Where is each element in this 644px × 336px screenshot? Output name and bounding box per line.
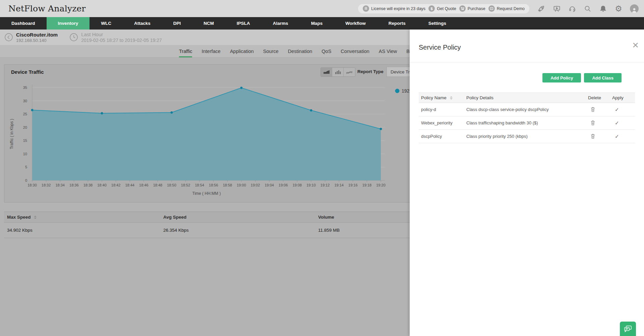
request-demo-button[interactable]: Request Demo — [488, 5, 525, 12]
policy-row: policy-d Class dscp-class service-policy… — [419, 103, 635, 116]
svg-text:18:58: 18:58 — [223, 183, 232, 187]
nav-item-reports[interactable]: Reports — [377, 17, 417, 30]
svg-text:19:08: 19:08 — [293, 183, 302, 187]
policy-details: Class trafficshaping bandwidth 30 ($) — [466, 120, 588, 125]
col-avg-speed[interactable]: Avg Speed — [163, 215, 318, 220]
tab-qos[interactable]: QoS — [321, 45, 331, 57]
svg-text:25: 25 — [23, 112, 27, 116]
report-type-value: Device Tra — [391, 69, 412, 74]
nav-item-ncm[interactable]: NCM — [192, 17, 225, 30]
tab-as-view[interactable]: AS View — [379, 45, 397, 57]
svg-text:18:30: 18:30 — [27, 183, 37, 187]
svg-text:18:54: 18:54 — [195, 183, 204, 187]
apply-policy-button[interactable]: ✓ — [612, 133, 635, 139]
svg-text:18:56: 18:56 — [209, 183, 218, 187]
svg-text:30: 30 — [23, 99, 27, 103]
nav-item-dpi[interactable]: DPI — [162, 17, 192, 30]
nav-item-ipsla[interactable]: IPSLA — [225, 17, 261, 30]
device-traffic-title: Device Traffic — [11, 69, 44, 75]
time-range-label: Last Hour — [81, 32, 162, 37]
svg-text:5: 5 — [25, 165, 27, 169]
search-icon[interactable] — [584, 5, 592, 13]
nav-item-maps[interactable]: Maps — [300, 17, 334, 30]
policy-row: dscpPolicy Class priority priority 250 (… — [419, 130, 635, 143]
tab-source[interactable]: Source — [263, 45, 279, 57]
svg-text:0: 0 — [25, 178, 27, 182]
delete-policy-button[interactable] — [588, 120, 612, 125]
clock-icon — [69, 33, 78, 42]
col-policy-name[interactable]: Policy Name — [421, 95, 466, 100]
svg-text:19:06: 19:06 — [279, 183, 288, 187]
svg-text:18:38: 18:38 — [83, 183, 93, 187]
svg-text:19:20: 19:20 — [376, 183, 386, 187]
policy-actions: Add Policy Add Class — [542, 73, 622, 82]
nav-item-attacks[interactable]: Attacks — [123, 17, 162, 30]
nav-item-inventory[interactable]: Inventory — [47, 17, 90, 30]
add-class-button[interactable]: Add Class — [584, 73, 622, 82]
svg-text:19:18: 19:18 — [362, 183, 372, 187]
delete-policy-button[interactable] — [588, 134, 612, 139]
svg-text:18:52: 18:52 — [181, 183, 190, 187]
col-max-speed[interactable]: Max Speed — [7, 215, 163, 220]
rocket-icon[interactable] — [537, 5, 545, 13]
policy-details: Class dscp-class service-policy dscpPoli… — [466, 107, 588, 112]
tab-interface[interactable]: Interface — [201, 45, 220, 57]
svg-text:Time ( HH:MM ): Time ( HH:MM ) — [192, 191, 221, 196]
user-avatar[interactable] — [630, 4, 639, 13]
svg-text:19:04: 19:04 — [265, 183, 274, 187]
svg-text:18:34: 18:34 — [55, 183, 65, 187]
policy-name: dscpPolicy — [421, 134, 466, 139]
add-policy-button[interactable]: Add Policy — [542, 73, 581, 82]
tab-application[interactable]: Application — [230, 45, 254, 57]
svg-text:19:14: 19:14 — [334, 183, 344, 187]
nav-item-settings[interactable]: Settings — [417, 17, 458, 30]
get-quote-label: Get Quote — [437, 6, 456, 11]
main-nav: Dashboard Inventory WLC Attacks DPI NCM … — [0, 17, 644, 30]
apply-policy-button[interactable]: ✓ — [612, 120, 635, 126]
svg-text:18:36: 18:36 — [69, 183, 79, 187]
nav-item-workflow[interactable]: Workflow — [334, 17, 377, 30]
svg-text:20: 20 — [23, 125, 27, 129]
dollar-icon: $ — [428, 5, 435, 12]
line-chart-button[interactable] — [344, 68, 355, 76]
max-speed-value: 34.902 Kbps — [7, 228, 163, 233]
gear-icon[interactable]: ⚙ — [614, 5, 623, 13]
device-name: CiscoRouter.itom — [16, 32, 58, 38]
purchase-button[interactable]: Purchase — [459, 5, 485, 12]
nav-item-dashboard[interactable]: Dashboard — [0, 17, 47, 30]
headset-support-icon[interactable] — [568, 5, 576, 13]
svg-text:19:12: 19:12 — [320, 183, 330, 187]
license-status: License will expire in 23 days — [363, 5, 425, 12]
nav-item-alarms[interactable]: Alarms — [261, 17, 300, 30]
delete-policy-button[interactable] — [588, 107, 612, 112]
live-chat-button[interactable] — [620, 322, 636, 336]
time-range[interactable]: Last Hour 2019-02-05 18:27 to 2019-02-05… — [65, 32, 162, 43]
cart-icon — [459, 5, 466, 12]
sort-icon — [450, 96, 453, 100]
bar-chart-button[interactable] — [332, 68, 344, 76]
bell-icon[interactable] — [599, 5, 607, 13]
back-button[interactable] — [4, 33, 13, 42]
app-header: NetFlow Analyzer License will expire in … — [0, 0, 644, 17]
nav-item-wlc[interactable]: WLC — [90, 17, 123, 30]
device-ip: 192.168.50.140 — [16, 38, 58, 43]
report-type-label: Report Type — [357, 69, 384, 74]
netflow-analyzer-app: NetFlow Analyzer License will expire in … — [0, 0, 644, 336]
header-icon-row: ⚙ — [537, 4, 639, 13]
tab-destination[interactable]: Destination — [288, 45, 312, 57]
presentation-icon[interactable] — [553, 5, 561, 13]
svg-text:Traffic ( in Kbps ): Traffic ( in Kbps ) — [9, 119, 14, 149]
svg-text:19:00: 19:00 — [237, 183, 246, 187]
video-demo-icon — [488, 5, 495, 12]
svg-text:18:50: 18:50 — [167, 183, 176, 187]
svg-text:19:02: 19:02 — [251, 183, 260, 187]
svg-text:18:46: 18:46 — [139, 183, 149, 187]
tab-conversation[interactable]: Conversation — [341, 45, 369, 57]
close-icon[interactable]: × — [632, 40, 639, 50]
apply-policy-button[interactable]: ✓ — [612, 107, 635, 113]
policy-details: Class priority priority 250 (kbps) — [466, 134, 588, 139]
get-quote-button[interactable]: $ Get Quote — [428, 5, 456, 12]
area-chart-button[interactable] — [321, 68, 332, 76]
col-policy-details: Policy Details — [466, 95, 588, 100]
tab-traffic[interactable]: Traffic — [179, 45, 192, 57]
